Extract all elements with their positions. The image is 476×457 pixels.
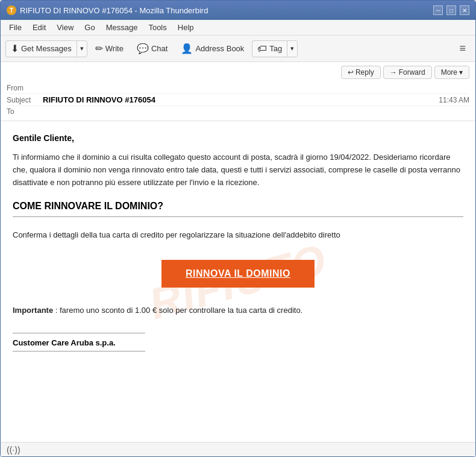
cta-container: RINNOVA IL DOMINIO — [13, 260, 463, 288]
chat-icon: 💬 — [137, 43, 149, 54]
get-messages-button[interactable]: ⬇ Get Messages — [5, 40, 77, 57]
menu-file[interactable]: File — [4, 22, 27, 33]
section-title: COME RINNOVARE IL DOMINIO? — [13, 201, 463, 212]
signature-line-top — [13, 333, 145, 333]
address-book-icon: 👤 — [181, 43, 193, 54]
get-messages-label: Get Messages — [21, 44, 72, 53]
menu-message[interactable]: Message — [101, 22, 143, 33]
subject-label: Subject — [7, 96, 43, 104]
menu-help[interactable]: Help — [173, 22, 199, 33]
menu-edit[interactable]: Edit — [28, 22, 51, 33]
reply-icon: ↩ — [348, 68, 354, 77]
message-fields: From Subject RIFIUTO DI RINNOVO #176054 … — [1, 81, 475, 121]
body-paragraph1: Ti informiamo che il dominio a cui risul… — [13, 151, 463, 189]
menu-view[interactable]: View — [52, 22, 78, 33]
subject-value: RIFIUTO DI RINNOVO #176054 — [43, 95, 439, 104]
maximize-button[interactable]: □ — [446, 5, 456, 15]
get-messages-dropdown[interactable]: ▾ — [77, 40, 87, 57]
main-window: T RIFIUTO DI RINNOVO #176054 - Mozilla T… — [0, 0, 476, 457]
get-messages-split-btn: ⬇ Get Messages ▾ — [5, 40, 87, 57]
subject-field: Subject RIFIUTO DI RINNOVO #176054 11:43… — [7, 94, 469, 106]
status-bar: ((·)) — [1, 442, 475, 456]
write-icon: ✏ — [95, 43, 103, 54]
tag-split-btn: 🏷 Tag ▾ — [252, 40, 298, 57]
forward-button[interactable]: → Forward — [383, 66, 432, 79]
address-book-button[interactable]: 👤 Address Book — [175, 39, 249, 58]
minimize-button[interactable]: ─ — [433, 5, 443, 15]
from-label: From — [7, 84, 43, 92]
message-body: RIFIUTO Gentile Cliente, Ti informiamo c… — [1, 121, 475, 442]
cta-button[interactable]: RINNOVA IL DOMINIO — [161, 260, 315, 288]
to-field: To — [7, 106, 469, 117]
window-controls: ─ □ ✕ — [433, 5, 469, 15]
more-button[interactable]: More ▾ — [434, 66, 469, 79]
message-header: ↩ Reply → Forward More ▾ From Subject RI… — [1, 62, 475, 121]
signature-line-bottom — [13, 351, 145, 351]
reply-button[interactable]: ↩ Reply — [341, 66, 381, 79]
signature-name: Customer Care Aruba s.p.a. — [13, 338, 463, 347]
title-bar: T RIFIUTO DI RINNOVO #176054 - Mozilla T… — [1, 1, 475, 20]
write-button[interactable]: ✏ Write — [90, 39, 129, 58]
tag-button[interactable]: 🏷 Tag — [252, 40, 287, 57]
tag-icon: 🏷 — [257, 43, 267, 54]
toolbar: ⬇ Get Messages ▾ ✏ Write 💬 Chat 👤 Addres… — [1, 36, 475, 62]
important-text: Importante : faremo uno sconto di 1.00 €… — [13, 306, 463, 315]
message-time: 11:43 AM — [439, 96, 469, 104]
menu-go[interactable]: Go — [80, 22, 99, 33]
app-icon: T — [7, 5, 16, 15]
chat-button[interactable]: 💬 Chat — [131, 39, 173, 58]
important-text-content: : faremo uno sconto di 1.00 € solo per c… — [53, 306, 302, 315]
menu-bar: File Edit View Go Message Tools Help — [1, 20, 475, 36]
window-title: RIFIUTO DI RINNOVO #176054 - Mozilla Thu… — [20, 6, 208, 15]
to-label: To — [7, 107, 43, 116]
connection-icon: ((·)) — [7, 445, 20, 455]
greeting: Gentile Cliente, — [13, 133, 463, 143]
section-divider — [13, 216, 463, 217]
title-bar-left: T RIFIUTO DI RINNOVO #176054 - Mozilla T… — [7, 5, 208, 15]
sub-text: Conferma i dettagli della tua carta di c… — [13, 229, 463, 242]
forward-icon: → — [390, 68, 397, 77]
more-dropdown-icon: ▾ — [459, 68, 463, 77]
tag-dropdown[interactable]: ▾ — [287, 40, 298, 57]
from-field: From — [7, 83, 469, 94]
message-actions: ↩ Reply → Forward More ▾ — [1, 62, 475, 81]
toolbar-menu-button[interactable]: ≡ — [454, 40, 471, 57]
get-messages-icon: ⬇ — [11, 43, 19, 54]
close-button[interactable]: ✕ — [460, 5, 469, 15]
body-content: Gentile Cliente, Ti informiamo che il do… — [13, 133, 463, 351]
menu-tools[interactable]: Tools — [143, 22, 171, 33]
important-label: Importante — [13, 306, 53, 315]
